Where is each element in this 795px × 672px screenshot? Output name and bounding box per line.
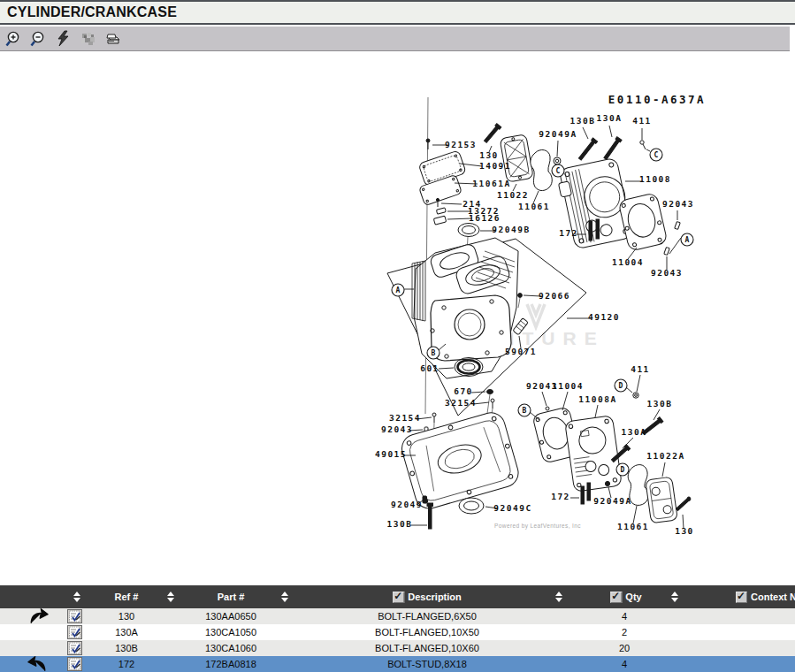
context-column-checkbox[interactable] xyxy=(736,592,747,603)
part-number-label[interactable]: 130B xyxy=(647,399,673,409)
add-to-list-button[interactable] xyxy=(67,657,82,671)
add-to-list-icon xyxy=(67,609,82,623)
part-number-label[interactable]: 11061 xyxy=(617,522,649,531)
part-number-label[interactable]: 92043 xyxy=(651,268,683,278)
parts-table-header: Ref # Part # Description Qty Context N xyxy=(0,585,795,608)
view-marker-letter: B xyxy=(523,407,527,415)
part-number-label[interactable]: 92049B xyxy=(492,225,530,234)
column-header-desc[interactable]: Description xyxy=(393,585,462,608)
table-row[interactable]: 172172BA0818BOLT-STUD,8X184 xyxy=(0,656,795,672)
part-number-label[interactable]: 49015 xyxy=(375,449,407,459)
part-number-label[interactable]: 14091 xyxy=(479,161,511,171)
part-cover-11022 xyxy=(500,134,533,182)
hotspot-flash-button[interactable] xyxy=(54,29,73,49)
part-number-label[interactable]: 130A xyxy=(622,427,647,437)
add-to-list-button[interactable] xyxy=(67,625,82,639)
sort-arrows-qty[interactable] xyxy=(671,585,678,608)
selected-row-arrow-icon xyxy=(27,655,50,672)
part-number-label[interactable]: 92153 xyxy=(445,140,477,149)
column-header-qty[interactable]: Qty xyxy=(610,585,641,608)
part-number-label[interactable]: 130B xyxy=(387,519,413,529)
sort-arrows-select[interactable] xyxy=(73,585,80,608)
table-row[interactable]: 130B130CA1060BOLT-FLANGED,10X6020 xyxy=(0,640,795,656)
part-cover-11022A xyxy=(646,477,678,523)
add-to-list-button[interactable] xyxy=(67,641,82,655)
part-number-label[interactable]: 130B xyxy=(570,116,596,126)
part-number-label[interactable]: 92049A xyxy=(593,496,631,506)
print-button[interactable] xyxy=(103,29,123,49)
table-row[interactable]: 130130AA0650BOLT-FLANGED,6X504 xyxy=(0,608,795,624)
part-bolt-130A-top xyxy=(603,137,622,161)
part-number-label[interactable]: 130A xyxy=(597,113,623,123)
cell-desc: BOLT-STUD,8X18 xyxy=(387,656,467,672)
part-number-label[interactable]: 11061A xyxy=(472,179,510,188)
part-number-label[interactable]: 92043 xyxy=(381,424,413,434)
part-number-label[interactable]: 172 xyxy=(551,492,570,501)
cell-ref: 130B xyxy=(115,640,138,656)
add-to-list-button[interactable] xyxy=(67,609,82,623)
part-16126 xyxy=(433,216,446,225)
part-number-label[interactable]: 11004 xyxy=(552,381,584,391)
view-marker-letter: C xyxy=(654,151,659,159)
sort-arrows-desc[interactable] xyxy=(555,585,562,608)
footnote-watermark: Powered by LeafVentures, Inc xyxy=(494,523,581,530)
part-number-label[interactable]: 11008A xyxy=(578,394,616,404)
cell-qty: 4 xyxy=(622,656,627,672)
part-oil-pan-49015 xyxy=(399,409,522,512)
lightning-icon xyxy=(56,30,72,48)
part-cylinder-block xyxy=(412,238,518,378)
part-number-label[interactable]: 32154 xyxy=(389,413,421,423)
part-number-label[interactable]: 92049 xyxy=(391,500,423,509)
cell-qty: 2 xyxy=(622,624,627,640)
cell-ref: 130 xyxy=(118,608,134,624)
sort-arrows-part[interactable] xyxy=(281,585,288,608)
part-number-label[interactable]: 11061 xyxy=(518,202,550,211)
cell-part: 130CA1060 xyxy=(205,640,256,656)
part-screw-32154-b xyxy=(432,413,436,423)
sort-arrows-ref[interactable] xyxy=(167,585,174,608)
part-number-label[interactable]: 92049C xyxy=(493,503,531,513)
add-to-list-icon xyxy=(67,625,82,639)
cell-desc: BOLT-FLANGED,10X60 xyxy=(375,640,479,656)
part-number-label[interactable]: 11022 xyxy=(497,190,529,200)
qty-column-checkbox[interactable] xyxy=(610,592,622,603)
diagram-canvas[interactable]: ADVENTURE xyxy=(0,51,795,584)
part-number-label[interactable]: 670 xyxy=(454,386,473,396)
part-cylinder-head-11008A xyxy=(565,416,623,493)
part-number-label[interactable]: 411 xyxy=(631,364,650,374)
part-number-label[interactable]: 16126 xyxy=(469,213,501,223)
part-number-label[interactable]: 601 xyxy=(420,363,440,373)
column-header-part[interactable]: Part # xyxy=(218,585,245,608)
desc-column-checkbox[interactable] xyxy=(393,592,404,603)
part-number-label[interactable]: 11008 xyxy=(639,174,671,184)
part-number-label[interactable]: 92049A xyxy=(539,129,577,139)
part-seal-92049C xyxy=(459,498,484,514)
linked-row-arrow-icon xyxy=(27,607,50,625)
part-screw-214 xyxy=(436,198,439,207)
part-number-label[interactable]: 11004 xyxy=(612,257,644,267)
part-number-label[interactable]: 92043 xyxy=(662,199,694,209)
part-number-label[interactable]: 172 xyxy=(559,228,578,238)
table-row[interactable]: 130A130CA1050BOLT-FLANGED,10X502 xyxy=(0,624,795,640)
toolbar xyxy=(0,27,790,51)
zoom-out-button[interactable] xyxy=(29,29,49,49)
pan-button-disabled[interactable] xyxy=(79,29,98,49)
part-number-label[interactable]: 49120 xyxy=(588,312,620,322)
part-number-label[interactable]: 130 xyxy=(479,150,499,160)
zoom-in-button[interactable] xyxy=(4,29,24,49)
part-gasket-11004-top xyxy=(618,193,668,251)
column-header-ref[interactable]: Ref # xyxy=(115,585,139,608)
part-number-label[interactable]: 411 xyxy=(632,116,652,126)
part-number-label[interactable]: 92066 xyxy=(539,291,570,301)
part-number-label[interactable]: 11022A xyxy=(646,451,684,461)
part-seal-92049B xyxy=(458,224,479,237)
part-number-label[interactable]: 32154 xyxy=(445,398,477,408)
part-number-label[interactable]: 130 xyxy=(675,526,694,536)
cell-ref: 172 xyxy=(118,656,134,672)
cell-desc: BOLT-FLANGED,10X50 xyxy=(375,624,479,640)
part-seal-92049 xyxy=(423,496,427,503)
column-header-context[interactable]: Context N xyxy=(736,585,795,608)
view-marker-letter: A xyxy=(685,236,690,244)
print-icon xyxy=(103,30,123,48)
part-number-label[interactable]: 59071 xyxy=(505,347,537,356)
